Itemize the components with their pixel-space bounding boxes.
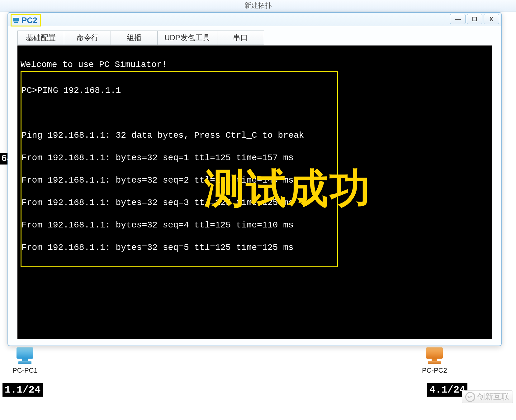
minimize-icon: — — [455, 16, 461, 23]
minimize-button[interactable]: — — [450, 14, 466, 24]
terminal-ping-reply: From 192.168.1.1: bytes=32 seq=4 ttl=125… — [21, 220, 336, 231]
parent-titlebar: 新建拓扑 — [0, 0, 516, 12]
window-controls: — X — [450, 14, 499, 24]
terminal-ping-summary: Ping 192.168.1.1: 32 data bytes, Press C… — [21, 130, 336, 141]
tab-label: UDP发包工具 — [164, 33, 210, 43]
tab-label: 命令行 — [76, 33, 99, 43]
ip-fragment-pc2: 4.1/24 — [427, 383, 467, 397]
watermark-text: 创新互联 — [477, 391, 509, 402]
close-button[interactable]: X — [484, 14, 499, 24]
tab-label: 串口 — [233, 33, 248, 43]
window-title: PC2 — [21, 16, 37, 25]
pc2-titlebar[interactable]: PC2 — X — [8, 13, 501, 26]
maximize-icon — [472, 17, 477, 21]
tab-label: 组播 — [127, 33, 142, 43]
ip-fragment-pc1: 1.1/24 — [2, 383, 43, 397]
tab-basic-config[interactable]: 基础配置 — [17, 31, 64, 45]
tab-label: 基础配置 — [26, 33, 56, 43]
bg-node-label: PC-PC1 — [12, 366, 38, 375]
terminal-welcome: Welcome to use PC Simulator! — [21, 59, 489, 70]
parent-title: 新建拓扑 — [244, 2, 272, 9]
watermark: 创新互联 — [462, 390, 513, 403]
watermark-logo-icon — [465, 392, 475, 402]
pc2-title-highlight: PC2 — [11, 14, 41, 26]
tab-serial[interactable]: 串口 — [217, 31, 264, 45]
pc-icon — [424, 347, 445, 365]
tab-udp-tool[interactable]: UDP发包工具 — [158, 31, 217, 45]
pc-icon — [14, 347, 36, 365]
terminal[interactable]: Welcome to use PC Simulator! PC>PING 192… — [17, 45, 492, 339]
bg-node-pc1[interactable]: PC-PC1 — [12, 347, 38, 375]
bg-node-pc2[interactable]: PC-PC2 — [422, 347, 447, 375]
annotation-success: 测试成功 — [204, 183, 371, 194]
maximize-button[interactable] — [467, 14, 482, 24]
terminal-blank — [21, 107, 336, 119]
pc2-window: PC2 — X 基础配置 命令行 组播 UDP发包工具 串口 Welcome t… — [7, 12, 502, 346]
close-icon: X — [489, 16, 493, 23]
terminal-ping-reply: From 192.168.1.1: bytes=32 seq=5 ttl=125… — [21, 242, 336, 253]
terminal-prompt-line: PC>PING 192.168.1.1 — [21, 85, 336, 96]
svg-rect-0 — [473, 17, 476, 21]
tab-multicast[interactable]: 组播 — [111, 31, 158, 45]
tab-cli[interactable]: 命令行 — [64, 31, 111, 45]
terminal-ping-reply: From 192.168.1.1: bytes=32 seq=1 ttl=125… — [21, 152, 336, 164]
bg-node-label: PC-PC2 — [422, 366, 447, 375]
pc-app-icon — [12, 17, 20, 24]
